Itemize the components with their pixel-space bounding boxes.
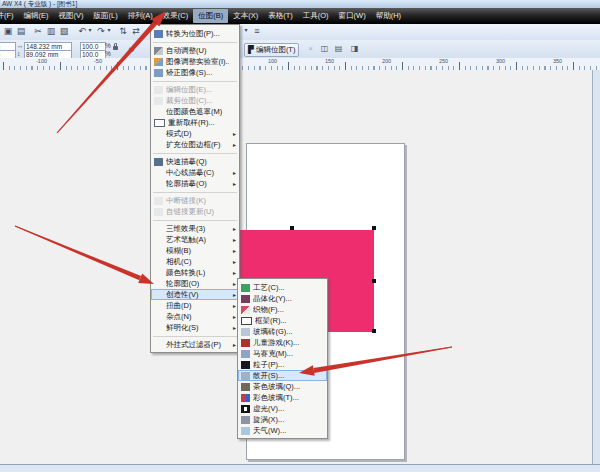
resample-icon [154,119,165,127]
menu-item-noise[interactable]: 杂点(N)▸ [151,311,239,322]
menubar-item-tools[interactable]: 工具(O) [298,9,334,23]
menu-item-inflate-bitmap[interactable]: 扩充位图边框(F)▸ [151,139,239,150]
redo-caret-icon[interactable]: ▾ [106,26,112,33]
ruler-number: 150 [325,58,334,64]
kids-play-icon [241,339,250,347]
menu-item-camera[interactable]: 相机(C)▸ [151,256,239,267]
ruler-number: 250 [439,58,448,64]
submenu-item-vortex[interactable]: 旋涡(X)... [238,414,327,425]
menubar-item-table[interactable]: 表格(T) [263,9,298,23]
trace-bitmap-icon[interactable]: × [304,44,317,53]
menu-item-blur[interactable]: 模糊(B)▸ [151,245,239,256]
glass-block-icon [241,328,250,336]
coreldraw-window: AW X4 ( 专业版 ) - [图书1] 文件(F) 编辑(E) 视图(V) … [0,0,600,472]
menu-item-bitmap-color-mask[interactable]: 位图颜色遮罩(M) [151,106,239,117]
menu-item-image-adjust-lab[interactable]: 图像调整实验室(I)... [151,56,239,67]
menubar-item-view[interactable]: 视图(V) [54,9,89,23]
ruler-number: -50 [94,58,102,64]
frame-icon [241,317,252,325]
menu-item-crop-bitmap[interactable]: 裁剪位图(C)... [151,95,239,106]
selection-handle[interactable] [372,329,376,333]
vertical-scrollbar[interactable] [592,70,600,464]
menubar-item-layout[interactable]: 版面(L) [89,9,123,23]
menu-item-outline-trace[interactable]: 轮廓描摹(O)▸ [151,178,239,189]
menu-item-break-link[interactable]: 中断链接(K) [151,195,239,206]
paste-icon[interactable]: ▧ [58,26,70,36]
menubar-item-bitmaps[interactable]: 位图(B) [193,9,228,23]
submenu-item-craft[interactable]: 工艺(C)... [238,282,327,293]
menu-item-creative[interactable]: 创造性(V)▸ [151,289,239,300]
toolbar-options-icon[interactable]: ≡ [251,26,263,36]
menu-item-convert-to-bitmap[interactable]: 转换为位图(P)... [151,28,239,39]
bitmaps-dropdown-menu: 转换为位图(P)... 自动调整(U) 图像调整实验室(I)... 矫正图像(S… [150,24,240,353]
menu-separator [153,189,237,193]
submenu-item-smoked-glass[interactable]: 茶色玻璃(Q)... [238,381,327,392]
menubar-item-effects[interactable]: 效果(C) [158,9,193,23]
crop-bitmap-icon[interactable]: ◫ [318,44,331,53]
submenu-item-frame[interactable]: 框架(R)... [238,315,327,326]
menu-item-quick-trace[interactable]: 快速描摹(Q) [151,156,239,167]
edit-bitmap-button[interactable]: ▛ 编辑位图(T) [244,43,299,57]
particles-icon [241,361,250,369]
menu-separator [153,150,237,154]
submenu-item-kids-play[interactable]: 儿童游戏(K)... [238,337,327,348]
menubar-item-help[interactable]: 帮助(H) [371,9,406,23]
submenu-item-stained-glass[interactable]: 彩色玻璃(T)... [238,392,327,403]
selection-handle[interactable] [372,226,376,230]
menu-item-plugins[interactable]: 外挂式过滤器(P)▸ [151,339,239,350]
menu-item-auto-adjust[interactable]: 自动调整(U) [151,45,239,56]
convert-to-bitmap-icon [154,30,163,38]
save-icon[interactable]: ▣ [2,26,14,36]
menubar-item-window[interactable]: 窗口(W) [334,9,371,23]
menu-item-centerline-trace[interactable]: 中心线描摹(C)▸ [151,167,239,178]
print-icon[interactable]: ▤ [15,26,27,36]
craft-icon [241,284,250,292]
bitmap-frame-icon[interactable]: ◨ [348,44,361,53]
cut-icon[interactable]: ✂ [32,26,44,36]
stained-glass-icon [241,394,250,402]
selection-handle[interactable] [372,279,376,283]
menu-item-art-strokes[interactable]: 艺术笔触(A)▸ [151,234,239,245]
menu-item-distort[interactable]: 扭曲(D)▸ [151,300,239,311]
menu-item-contour[interactable]: 轮廓图(O)▸ [151,278,239,289]
submenu-item-vignette[interactable]: 虚光(V)... [238,403,327,414]
submenu-item-fabric[interactable]: 织物(F)... [238,304,327,315]
scale-x-unit: % [105,42,111,49]
menubar-item-text[interactable]: 文本(X) [228,9,263,23]
submenu-item-weather[interactable]: 天气(W)... [238,425,327,436]
menubar-item-arrange[interactable]: 排列(A) [123,9,158,23]
submenu-item-crystallize[interactable]: 晶体化(Y)... [238,293,327,304]
menubar-item-edit[interactable]: 编辑(E) [19,9,54,23]
menu-item-3d-effects[interactable]: 三维效果(3)▸ [151,223,239,234]
vortex-icon [241,416,250,424]
standard-toolbar: ▣ ▤ ✂ ▥ ▧ ↶ ▾ ↷ ▾ ⇅ ⇄ ▾ ≡ [0,24,600,41]
toolbar-overflow-caret-icon[interactable]: ▾ [243,26,249,33]
resample-icon[interactable]: ▤ [332,44,345,53]
lock-ratio-icon[interactable] [113,46,118,50]
menu-item-straighten-image[interactable]: 矫正图像(S)... [151,67,239,78]
menu-item-edit-bitmap[interactable]: 编辑位图(E)... [151,84,239,95]
menubar-item-file[interactable]: 文件(F) [0,9,19,23]
creative-submenu: 工艺(C)... 晶体化(Y)... 织物(F)... 框架(R)... 玻璃砖… [237,278,328,439]
menu-item-resample[interactable]: 重新取样(R)... [151,117,239,128]
menu-item-color-transform[interactable]: 颜色转换(L)▸ [151,267,239,278]
submenu-item-particles[interactable]: 粒子(P)... [238,359,327,370]
crop-bitmap-icon [154,97,163,105]
selection-handle[interactable] [290,226,294,230]
import-icon[interactable]: ⇅ [117,26,129,36]
menu-separator [153,78,237,82]
copy-icon[interactable]: ▥ [45,26,57,36]
ruler-number: 200 [382,58,391,64]
menu-item-update-from-link[interactable]: 自链接更新(U) [151,206,239,217]
submenu-item-scatter[interactable]: 散开(S)... [238,370,327,381]
menu-item-mode[interactable]: 模式(D)▸ [151,128,239,139]
menu-separator [153,333,237,337]
submenu-item-mosaic[interactable]: 马赛克(M)... [238,348,327,359]
menu-separator [153,217,237,221]
rotate-icon[interactable]: ↺ [128,45,135,54]
submenu-item-glass-block[interactable]: 玻璃砖(G)... [238,326,327,337]
menu-item-sharpen[interactable]: 鲜明化(S)▸ [151,322,239,333]
undo-caret-icon[interactable]: ▾ [87,26,93,33]
export-icon[interactable]: ⇄ [130,26,142,36]
ruler-number: -100 [36,58,47,64]
